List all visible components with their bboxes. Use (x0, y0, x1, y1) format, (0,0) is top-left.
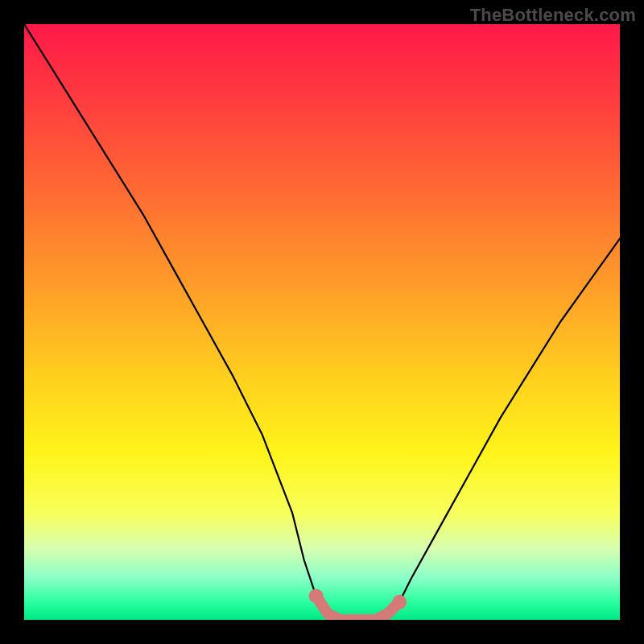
watermark-text: TheBottleneck.com (470, 5, 636, 26)
highlight-dot (309, 588, 324, 603)
bottleneck-curve-line (24, 24, 620, 620)
plot-area (24, 24, 620, 620)
chart-svg (24, 24, 620, 620)
optimal-range-highlight (316, 596, 400, 620)
chart-frame: TheBottleneck.com (0, 0, 644, 644)
highlight-dot (392, 595, 407, 609)
